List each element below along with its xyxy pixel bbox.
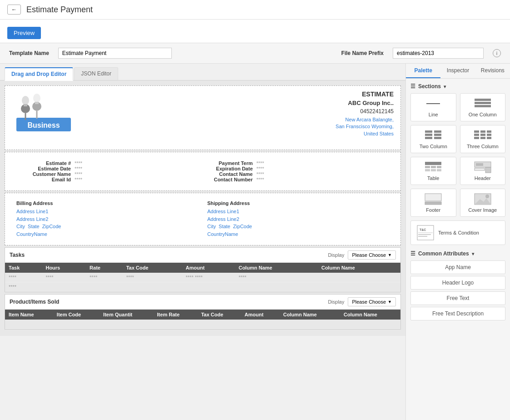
company-info: ESTIMATE ABC Group Inc.. 04522412145 New… (335, 90, 394, 137)
attr-app-name[interactable]: App Name (410, 260, 505, 274)
info-row: Customer Name **** (21, 171, 203, 177)
svg-rect-23 (474, 134, 479, 136)
tasks-display-dropdown[interactable]: Please Choose (348, 250, 396, 260)
address-section[interactable]: Billing Address Address Line1Address Lin… (5, 193, 401, 245)
svg-rect-38 (485, 167, 491, 173)
svg-rect-49 (418, 236, 427, 237)
svg-rect-16 (425, 134, 432, 136)
palette-item-table[interactable]: Table (410, 157, 456, 185)
svg-rect-30 (425, 166, 430, 168)
cell (318, 273, 400, 282)
cell: **** (42, 273, 86, 282)
svg-rect-33 (425, 169, 430, 171)
palette-item-line[interactable]: Line (410, 93, 456, 121)
products-display-label: Display (328, 299, 344, 305)
svg-rect-21 (480, 130, 485, 133)
tasks-title: Tasks (10, 252, 25, 258)
svg-rect-24 (480, 134, 485, 136)
svg-rect-39 (475, 168, 485, 170)
main-layout: Drag and Drop Editor JSON Editor Busines… (0, 64, 510, 420)
svg-rect-28 (487, 137, 491, 139)
header-content: Business (12, 90, 394, 145)
palette-item-two-column[interactable]: Two Column (410, 125, 456, 153)
shipping-lines: Address Line1Address Line2City State Zip… (207, 208, 389, 238)
expiration-label: Expiration Date (203, 166, 253, 171)
palette-item-header[interactable]: Header (460, 157, 506, 185)
info-grid-section[interactable]: Estimate # **** Estimate Date **** Custo… (5, 152, 401, 191)
sections-icon: ☰ (410, 83, 415, 90)
cover-image-icon (462, 193, 504, 205)
billing-lines: Address Line1Address Line2City State Zip… (16, 208, 198, 238)
cell: **** (123, 273, 182, 282)
table-row (5, 320, 400, 329)
table-label: Table (427, 175, 439, 181)
sections-label: Sections (418, 83, 441, 90)
tab-palette[interactable]: Palette (406, 64, 440, 78)
svg-rect-35 (437, 169, 441, 171)
col-col-name1: Column Name (280, 310, 340, 320)
col-hours: Hours (42, 263, 86, 273)
payment-term-value: **** (256, 160, 264, 166)
svg-rect-25 (487, 134, 491, 136)
palette-item-terms[interactable]: T&C Terms & Condition (410, 220, 505, 245)
products-display-dropdown[interactable]: Please Choose (348, 297, 396, 306)
header-label: Header (475, 175, 491, 181)
sections-toggle[interactable]: ▾ (444, 84, 446, 89)
tab-drag-drop[interactable]: Drag and Drop Editor (5, 67, 73, 81)
svg-rect-27 (480, 137, 485, 139)
cell (42, 282, 86, 292)
svg-point-6 (22, 96, 29, 105)
info-grid: Estimate # **** Estimate Date **** Custo… (12, 157, 394, 186)
cell: **** **** (182, 273, 235, 282)
svg-rect-29 (425, 162, 441, 165)
shipping-label: Shipping Address (207, 200, 389, 206)
svg-rect-7 (24, 104, 27, 106)
page-title: Estimate Payment (26, 5, 93, 15)
back-icon: ← (11, 6, 17, 13)
tasks-section[interactable]: Tasks Display Please Choose Task Hours R… (5, 247, 401, 292)
tab-json[interactable]: JSON Editor (74, 67, 118, 80)
svg-rect-12 (475, 102, 491, 104)
palette-item-three-column[interactable]: Three Column (460, 125, 506, 153)
tab-inspector[interactable]: Inspector (440, 64, 475, 78)
header-section[interactable]: Business (5, 85, 401, 150)
cell (318, 282, 400, 292)
empty-row (5, 320, 400, 329)
products-section[interactable]: Product/Items Sold Display Please Choose… (5, 294, 401, 330)
palette-item-one-column[interactable]: One Column (460, 93, 506, 121)
cell: **** (5, 273, 42, 282)
cell (123, 282, 182, 292)
two-column-label: Two Column (420, 144, 447, 149)
tab-revisions[interactable]: Revisions (475, 64, 510, 78)
svg-rect-13 (475, 105, 491, 107)
svg-rect-18 (425, 137, 432, 139)
address-grid: Billing Address Address Line1Address Lin… (12, 198, 394, 240)
info-row: Contact Number **** (203, 177, 385, 182)
col-item-code: Item Code (53, 310, 100, 320)
palette-item-footer[interactable]: Footer (410, 189, 456, 217)
palette-item-cover-image[interactable]: Cover Image (460, 189, 506, 217)
contact-num-value: **** (256, 177, 264, 182)
common-attrs-toggle[interactable]: ▾ (472, 251, 474, 256)
template-name-input[interactable] (58, 48, 172, 59)
two-column-icon (413, 129, 454, 142)
company-logo: Business (12, 90, 80, 137)
attr-header-logo[interactable]: Header Logo (410, 276, 505, 290)
info-row: Expiration Date **** (203, 166, 385, 171)
attr-free-text[interactable]: Free Text (410, 291, 505, 305)
file-prefix-input[interactable] (393, 48, 484, 59)
info-icon[interactable]: i (493, 49, 501, 57)
col-col-name2: Column Name (340, 310, 400, 320)
customer-name-value: **** (75, 171, 82, 177)
info-right: Payment Term **** Expiration Date **** C… (203, 160, 385, 182)
info-left: Estimate # **** Estimate Date **** Custo… (21, 160, 203, 182)
cover-image-label: Cover Image (468, 207, 497, 213)
back-button[interactable]: ← (7, 5, 21, 15)
col-amount: Amount (182, 263, 235, 273)
estimate-label: ESTIMATE (335, 90, 394, 98)
attr-free-text-desc[interactable]: Free Text Description (410, 307, 505, 320)
contact-num-label: Contact Number (203, 177, 253, 182)
preview-button[interactable]: Preview (7, 27, 41, 39)
svg-rect-37 (476, 163, 483, 166)
company-name: ABC Group Inc.. (335, 100, 394, 106)
